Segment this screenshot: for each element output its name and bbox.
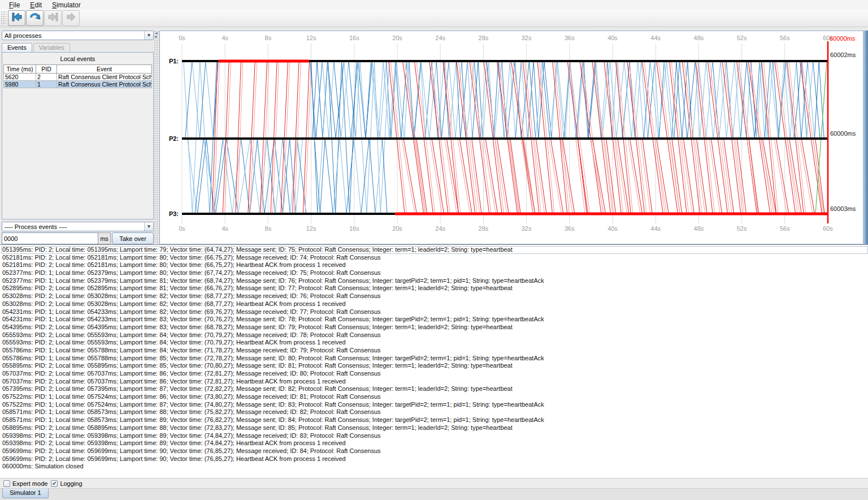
- svg-text:40s: 40s: [607, 35, 618, 41]
- menu-edit[interactable]: Edit: [25, 1, 46, 10]
- svg-text:8s: 8s: [265, 35, 272, 41]
- event-cell: 1: [36, 81, 57, 88]
- tab-events[interactable]: Events: [2, 43, 32, 52]
- event-cell: Raft Consensus Client Protocol Schedule: [57, 74, 152, 81]
- log-line[interactable]: 053028ms: PID: 2; Local time: 053028ms; …: [1, 292, 868, 300]
- ms-unit-label: ms: [98, 232, 111, 244]
- log-line[interactable]: 054231ms: PID: 1; Local time: 054233ms; …: [1, 308, 868, 316]
- svg-text:4s: 4s: [222, 225, 228, 232]
- log-line[interactable]: 059398ms: PID: 2; Local time: 059398ms; …: [1, 432, 868, 440]
- svg-text:40s: 40s: [607, 225, 618, 232]
- log-line[interactable]: 051395ms: PID: 2; Local time: 051395ms; …: [1, 246, 868, 254]
- toolbar-drag-handle[interactable]: [1, 11, 6, 25]
- time-input[interactable]: [2, 232, 98, 244]
- toolbar: [0, 10, 868, 27]
- svg-text:36s: 36s: [565, 35, 575, 41]
- expert-mode-checkbox[interactable]: Expert mode: [3, 480, 47, 487]
- log-line[interactable]: 058571ms: PID: 1; Local time: 058573ms; …: [1, 408, 868, 416]
- skip-to-end-icon: [47, 12, 59, 24]
- arrow-right-icon: [66, 12, 77, 24]
- log-line[interactable]: 055593ms: PID: 2; Local time: 055593ms; …: [1, 331, 868, 339]
- chevron-down-icon: ▼: [144, 31, 153, 40]
- svg-text:24s: 24s: [435, 225, 445, 232]
- event-table-row[interactable]: 59801Raft Consensus Client Protocol Sche…: [4, 81, 152, 88]
- svg-text:0s: 0s: [179, 35, 185, 41]
- curved-step-icon: [29, 12, 41, 24]
- tab-variables[interactable]: Variables: [33, 43, 70, 52]
- svg-text:36s: 36s: [565, 225, 575, 232]
- chevron-down-icon: ▼: [144, 222, 153, 231]
- step-back-button[interactable]: [26, 10, 44, 26]
- skip-to-end-button[interactable]: [44, 10, 62, 26]
- checkbox-icon: [3, 480, 10, 487]
- log-line[interactable]: 054395ms: PID: 2; Local time: 054395ms; …: [1, 324, 868, 331]
- log-line[interactable]: 058571ms: PID: 1; Local time: 058573ms; …: [1, 416, 868, 424]
- skip-to-start-button[interactable]: [8, 10, 25, 26]
- timeline-canvas: 0s0s4s4s8s8s12s12s16s16s20s20s24s24s28s2…: [160, 31, 863, 244]
- log-line[interactable]: 055786ms: PID: 1; Local time: 055788ms; …: [1, 347, 868, 355]
- tab-simulator-1[interactable]: Simulator 1: [2, 489, 49, 498]
- log-line[interactable]: 055895ms: PID: 2; Local time: 055895ms; …: [1, 362, 868, 370]
- process-events-combobox[interactable]: ---- Process events ---- ▼: [2, 222, 154, 231]
- log-line[interactable]: 059398ms: PID: 2; Local time: 059398ms; …: [1, 439, 868, 447]
- log-line[interactable]: 057395ms: PID: 2; Local time: 057395ms; …: [1, 385, 868, 393]
- log-line[interactable]: 053028ms: PID: 2; Local time: 053028ms; …: [1, 300, 868, 308]
- svg-text:60002ms: 60002ms: [830, 51, 856, 58]
- column-header: Event: [57, 65, 152, 74]
- log-line[interactable]: 052895ms: PID: 2; Local time: 052895ms; …: [1, 285, 868, 292]
- menu-simulator[interactable]: Simulator: [47, 1, 85, 10]
- logging-label: Logging: [60, 480, 82, 487]
- log-line[interactable]: 057522ms: PID: 1; Local time: 057524ms; …: [1, 401, 868, 409]
- svg-text:52s: 52s: [737, 35, 747, 41]
- chart-scrollbar-strip[interactable]: [863, 31, 868, 244]
- log-line[interactable]: 057522ms: PID: 1; Local time: 057524ms; …: [1, 393, 868, 401]
- column-header: Time (ms): [4, 65, 36, 74]
- event-cell: 2: [36, 74, 57, 81]
- svg-text:8s: 8s: [265, 225, 272, 232]
- svg-text:32s: 32s: [522, 225, 532, 232]
- logging-checkbox[interactable]: ✔ Logging: [51, 480, 82, 487]
- svg-text:28s: 28s: [479, 225, 489, 232]
- log-line[interactable]: 059699ms: PID: 2; Local time: 059699ms; …: [1, 455, 868, 463]
- menu-file[interactable]: File: [5, 1, 24, 10]
- log-line[interactable]: 055593ms: PID: 2; Local time: 055593ms; …: [1, 339, 868, 347]
- local-events-title: Local events: [2, 53, 153, 64]
- log-line[interactable]: 055786ms: PID: 1; Local time: 055788ms; …: [1, 355, 868, 363]
- log-line[interactable]: 052181ms: PID: 2; Local time: 052181ms; …: [1, 254, 868, 262]
- svg-text:20s: 20s: [392, 225, 402, 232]
- simulation-log: 051395ms: PID: 2; Local time: 051395ms; …: [0, 244, 868, 478]
- svg-text:24s: 24s: [435, 35, 445, 41]
- local-events-table: Time (ms)PIDEvent 56202Raft Consensus Cl…: [3, 64, 152, 88]
- step-forward-button[interactable]: [62, 10, 80, 26]
- svg-text:12s: 12s: [306, 35, 316, 41]
- svg-text:28s: 28s: [479, 35, 489, 41]
- column-header: PID: [36, 65, 57, 74]
- log-line[interactable]: 060000ms: Simulation closed: [1, 463, 868, 471]
- bottom-tab-bar: Simulator 1: [0, 488, 868, 500]
- event-cell: 5620: [4, 74, 36, 81]
- event-table-row[interactable]: 56202Raft Consensus Client Protocol Sche…: [4, 74, 152, 81]
- log-line[interactable]: 052377ms: PID: 1; Local time: 052379ms; …: [1, 277, 868, 285]
- log-line[interactable]: 057037ms: PID: 2; Local time: 057037ms; …: [1, 370, 868, 378]
- log-line[interactable]: 052181ms: PID: 2; Local time: 052181ms; …: [1, 261, 868, 269]
- footer-bar: Expert mode ✔ Logging: [0, 478, 868, 488]
- svg-text:16s: 16s: [349, 225, 359, 232]
- log-line[interactable]: 057037ms: PID: 2; Local time: 057037ms; …: [1, 378, 868, 386]
- log-line[interactable]: 059699ms: PID: 2; Local time: 059699ms; …: [1, 447, 868, 455]
- take-over-button[interactable]: Take over: [112, 232, 154, 244]
- log-line[interactable]: 052377ms: PID: 1; Local time: 052379ms; …: [1, 269, 868, 277]
- process-filter-combobox[interactable]: All processes ▼: [2, 31, 154, 40]
- sidebar-bottom: ---- Process events ---- ▼ ms Take over: [2, 222, 154, 244]
- event-cell: Raft Consensus Client Protocol Schedule: [57, 81, 152, 88]
- svg-text:60000ms: 60000ms: [830, 130, 856, 137]
- log-line[interactable]: 054231ms: PID: 1; Local time: 054233ms; …: [1, 316, 868, 324]
- sidebar-tabs: Events Variables: [2, 43, 154, 52]
- sidebar: All processes ▼ Events Variables Local e…: [0, 31, 154, 244]
- split-pane-divider[interactable]: ◄►: [154, 31, 159, 244]
- divider-collapse-icons[interactable]: ◄►: [154, 32, 158, 38]
- log-line[interactable]: 058895ms: PID: 2; Local time: 058895ms; …: [1, 424, 868, 432]
- process-filter-value: All processes: [2, 32, 144, 39]
- event-cell: 5980: [4, 81, 36, 88]
- checkbox-icon: ✔: [51, 480, 58, 487]
- svg-text:32s: 32s: [522, 35, 532, 41]
